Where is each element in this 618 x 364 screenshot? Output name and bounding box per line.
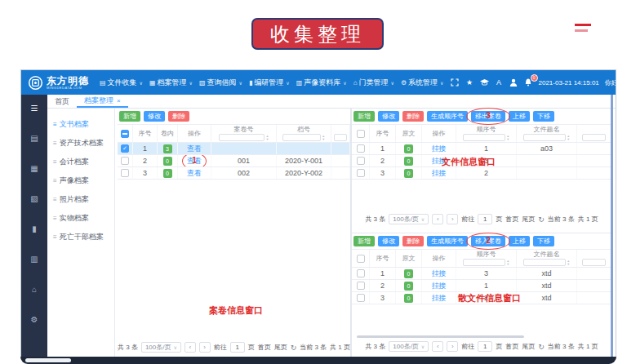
book-icon[interactable]: ▧ (30, 195, 38, 203)
table-row[interactable]: 2 0 挂接 1 xtd (352, 280, 611, 292)
hat-icon[interactable] (480, 78, 489, 87)
row-checkbox[interactable] (357, 144, 365, 153)
next-page-button[interactable]: › (447, 214, 458, 224)
select-all-checkbox[interactable] (121, 130, 129, 138)
refresh-icon[interactable]: ↻ (291, 344, 297, 352)
move-into-case-button[interactable]: 移入案卷 2 (471, 236, 505, 246)
move-up-button[interactable]: 上移 (509, 111, 530, 122)
attach-link[interactable]: 挂接 (432, 293, 447, 304)
delete-button[interactable]: 删除 (402, 111, 424, 122)
nav-item-system-manage[interactable]: ⚙ 系统管理 ∨ (401, 78, 444, 88)
generate-order-button[interactable]: 生成顺序号 (427, 236, 468, 246)
nav-item-category-manage[interactable]: ⌂ 门类管理 ∨ (353, 78, 394, 88)
nav-item-media-library[interactable]: ▥ 声像资料库 ∨ (296, 78, 347, 88)
table-row[interactable]: 1 0 挂接 3 xtd (352, 268, 611, 280)
last-page-button[interactable]: 尾页 (522, 342, 535, 351)
row-checkbox[interactable] (121, 169, 129, 177)
sort-icon[interactable] (506, 135, 509, 140)
font-size-icon[interactable]: A (495, 78, 504, 87)
add-button[interactable]: 新增 (353, 236, 375, 246)
prev-page-button[interactable]: ‹ (432, 214, 443, 224)
user-icon[interactable] (509, 78, 518, 87)
sort-icon[interactable] (567, 135, 570, 140)
move-out-case-button[interactable]: 移出案卷 3 (471, 111, 505, 122)
title-filter-input[interactable] (523, 259, 567, 266)
doc-no-filter-input[interactable] (282, 134, 322, 141)
row-checkbox[interactable] (357, 269, 365, 277)
edit-button[interactable]: 修改 (144, 111, 165, 122)
last-page-button[interactable]: 尾页 (274, 343, 287, 352)
media-icon[interactable]: ▥ (30, 255, 38, 264)
last-page-button[interactable]: 尾页 (522, 215, 535, 224)
sort-icon[interactable] (567, 260, 570, 265)
move-down-button[interactable]: 下移 (533, 236, 554, 246)
select-all-checkbox[interactable] (357, 255, 365, 263)
attach-link[interactable]: 挂接 (432, 269, 447, 279)
prev-page-button[interactable]: ‹ (185, 342, 196, 353)
nav-item-archive-manage[interactable]: ▦ 档案管理 ∨ (149, 78, 193, 88)
table-row[interactable]: 3 0 查看 002 2020-Y-002 (118, 167, 350, 180)
tree-item-photo-archive[interactable]: ≡ 照片档案 (47, 190, 114, 209)
move-up-button[interactable]: 上移 (509, 236, 530, 246)
delete-button[interactable]: 删除 (168, 111, 189, 122)
goto-page-input[interactable] (478, 214, 492, 224)
select-all-checkbox[interactable] (357, 130, 365, 138)
fullscreen-icon[interactable] (451, 78, 460, 87)
row-checkbox[interactable] (357, 157, 365, 165)
attach-link[interactable]: 挂接 (432, 168, 447, 179)
nav-item-search-borrow[interactable]: ▧ 查询借阅 ∨ (199, 78, 242, 88)
order-no-filter-input[interactable] (463, 259, 506, 266)
table-row[interactable]: 1 3 查看 (118, 143, 350, 155)
add-button[interactable]: 新增 (119, 111, 140, 122)
vertical-scrollbar[interactable] (611, 95, 613, 357)
page-size-select[interactable]: 100条/页 ∨ (141, 342, 181, 353)
case-no-filter-input[interactable] (219, 134, 265, 141)
edit-button[interactable]: 修改 (378, 111, 399, 122)
close-icon[interactable]: × (117, 97, 121, 104)
tab-home[interactable]: 首页 (47, 95, 77, 108)
collapse-menu-icon[interactable]: ☰ (31, 104, 38, 113)
bookmark-icon[interactable]: ▮ (32, 225, 37, 233)
title-filter-input[interactable] (523, 134, 567, 141)
prev-page-button[interactable]: ‹ (432, 341, 443, 352)
table-row[interactable]: 3 0 挂接 2 (352, 167, 611, 180)
row-checkbox[interactable] (121, 144, 129, 153)
view-link[interactable]: 查看 (187, 157, 202, 165)
star-icon[interactable]: ★ (465, 78, 474, 87)
view-link[interactable]: 查看 (187, 168, 202, 179)
horizontal-scrollbar[interactable] (357, 335, 524, 338)
extra-filter-input[interactable] (582, 259, 607, 266)
next-page-button[interactable]: › (199, 342, 211, 353)
goto-page-input[interactable] (478, 341, 492, 352)
extra-filter-input[interactable] (582, 134, 607, 141)
tab-archive-organize[interactable]: 档案整理 × (77, 95, 128, 108)
edit-button[interactable]: 修改 (378, 236, 399, 246)
folder-icon[interactable]: ▦ (30, 165, 38, 173)
tree-item-accounting-archive[interactable]: ≡ 会计档案 (47, 153, 114, 171)
document-icon[interactable]: ▤ (30, 135, 38, 143)
goto-page-input[interactable] (230, 342, 245, 353)
page-size-select[interactable]: 100条/页 ∨ (389, 214, 429, 224)
next-page-button[interactable]: › (447, 341, 458, 352)
sort-icon[interactable] (265, 135, 269, 140)
move-down-button[interactable]: 下移 (533, 111, 554, 122)
view-link[interactable]: 查看 (187, 144, 202, 154)
building-icon[interactable]: ⌂ (32, 286, 37, 294)
attach-link[interactable]: 挂接 (432, 144, 447, 154)
first-page-button[interactable]: 首页 (505, 215, 518, 224)
table-row[interactable]: 1 0 挂接 1 a03 (352, 143, 611, 155)
row-checkbox[interactable] (357, 282, 365, 290)
refresh-icon[interactable]: ↻ (538, 343, 545, 351)
order-no-filter-input[interactable] (463, 134, 506, 141)
row-checkbox[interactable] (357, 169, 365, 177)
tree-item-document-archive[interactable]: ≡ 文书档案 (47, 115, 114, 134)
view-link-circled[interactable]: 查看 1 (187, 156, 202, 166)
tree-item-deceased-cadre-archive[interactable]: ≡ 死亡干部档案 (47, 228, 114, 246)
first-page-button[interactable]: 首页 (258, 343, 271, 352)
refresh-icon[interactable]: ↻ (538, 215, 545, 224)
generate-order-button[interactable]: 生成顺序号 (427, 111, 468, 122)
attach-link[interactable]: 挂接 (432, 281, 447, 291)
extra-filter-input[interactable] (334, 134, 347, 141)
tree-item-asset-tech-archive[interactable]: ≡ 资产技术档案 (47, 134, 114, 153)
delete-button[interactable]: 删除 (402, 236, 424, 246)
